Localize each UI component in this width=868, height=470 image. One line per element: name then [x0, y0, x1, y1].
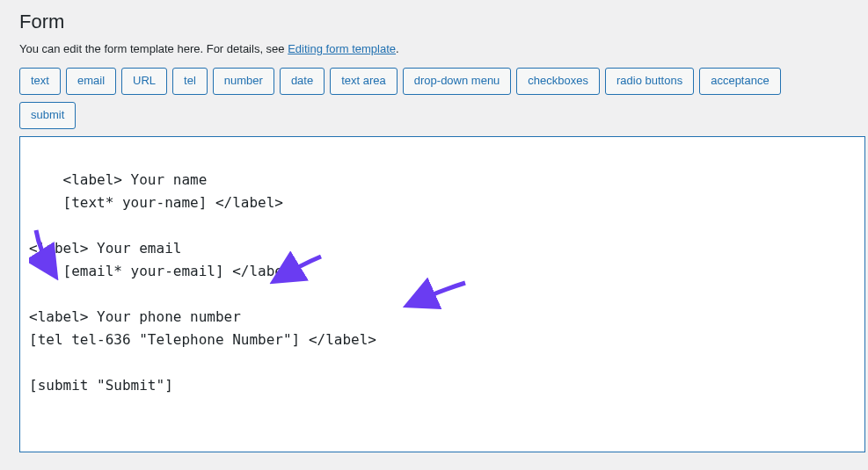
description-text-prefix: You can edit the form template here. For… — [19, 42, 288, 55]
tag-number-button[interactable]: number — [213, 68, 274, 95]
tag-url-button[interactable]: URL — [121, 68, 167, 95]
form-template-editor[interactable]: <label> Your name [text* your-name] </la… — [19, 136, 865, 452]
tag-checkboxes-button[interactable]: checkboxes — [516, 68, 600, 95]
tag-email-button[interactable]: email — [66, 68, 116, 95]
tag-button-row-2: submit — [19, 102, 849, 129]
annotation-arrow-icon — [400, 278, 470, 315]
tag-acceptance-button[interactable]: acceptance — [699, 68, 781, 95]
tag-radio-button[interactable]: radio buttons — [605, 68, 694, 95]
tag-date-button[interactable]: date — [280, 68, 325, 95]
tag-submit-button[interactable]: submit — [19, 102, 76, 129]
editor-content: <label> Your name [text* your-name] </la… — [29, 171, 376, 394]
tag-button-row: text email URL tel number date text area… — [19, 68, 849, 95]
panel-title: Form — [19, 11, 849, 33]
tag-textarea-button[interactable]: text area — [330, 68, 398, 95]
tag-dropdown-button[interactable]: drop-down menu — [403, 68, 512, 95]
tag-tel-button[interactable]: tel — [172, 68, 208, 95]
tag-text-button[interactable]: text — [19, 68, 61, 95]
editing-template-link[interactable]: Editing form template — [288, 42, 396, 55]
panel-description: You can edit the form template here. For… — [19, 42, 849, 55]
description-text-suffix: . — [396, 42, 399, 55]
